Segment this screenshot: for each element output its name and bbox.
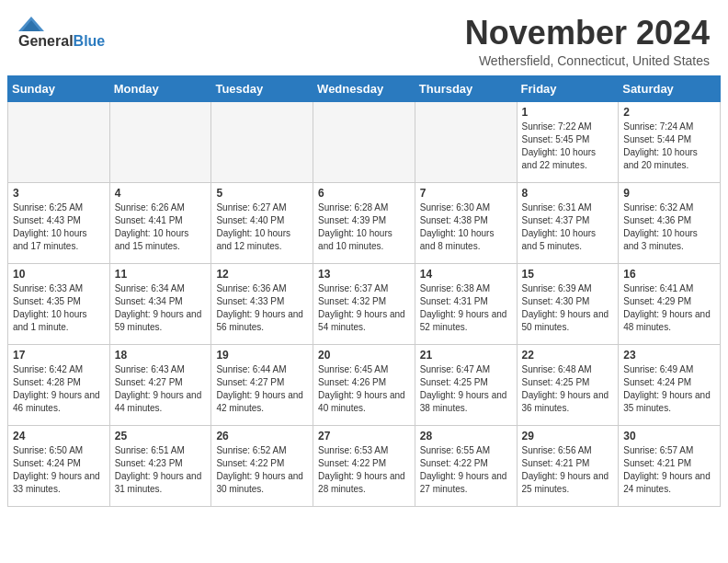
col-sunday: Sunday bbox=[8, 75, 110, 101]
day-number: 20 bbox=[318, 349, 410, 362]
day-number: 7 bbox=[420, 187, 512, 200]
calendar-week-row: 17Sunrise: 6:42 AM Sunset: 4:28 PM Dayli… bbox=[8, 344, 721, 425]
day-number: 14 bbox=[420, 268, 512, 281]
calendar-day: 7Sunrise: 6:30 AM Sunset: 4:38 PM Daylig… bbox=[415, 182, 517, 263]
col-monday: Monday bbox=[109, 75, 211, 101]
day-number: 12 bbox=[216, 268, 308, 281]
day-info: Sunrise: 6:30 AM Sunset: 4:38 PM Dayligh… bbox=[420, 201, 512, 253]
calendar-day: 17Sunrise: 6:42 AM Sunset: 4:28 PM Dayli… bbox=[8, 344, 110, 425]
calendar-header-row: Sunday Monday Tuesday Wednesday Thursday… bbox=[8, 75, 721, 101]
day-number: 22 bbox=[522, 349, 614, 362]
day-number: 5 bbox=[216, 187, 308, 200]
day-info: Sunrise: 6:34 AM Sunset: 4:34 PM Dayligh… bbox=[115, 282, 207, 334]
day-info: Sunrise: 6:45 AM Sunset: 4:26 PM Dayligh… bbox=[318, 363, 410, 415]
calendar-day: 9Sunrise: 6:32 AM Sunset: 4:36 PM Daylig… bbox=[619, 182, 721, 263]
logo: GeneralBlue bbox=[18, 15, 105, 50]
calendar-day: 24Sunrise: 6:50 AM Sunset: 4:24 PM Dayli… bbox=[8, 425, 110, 506]
day-info: Sunrise: 6:27 AM Sunset: 4:40 PM Dayligh… bbox=[216, 201, 308, 253]
day-number: 29 bbox=[522, 430, 614, 442]
location: Wethersfield, Connecticut, United States bbox=[465, 53, 710, 68]
day-info: Sunrise: 6:55 AM Sunset: 4:22 PM Dayligh… bbox=[420, 444, 512, 496]
day-number: 25 bbox=[115, 430, 207, 442]
day-number: 28 bbox=[420, 430, 512, 442]
calendar-day: 21Sunrise: 6:47 AM Sunset: 4:25 PM Dayli… bbox=[415, 344, 517, 425]
month-title: November 2024 bbox=[465, 15, 710, 52]
logo-text-general: General bbox=[18, 33, 74, 49]
calendar-day: 8Sunrise: 6:31 AM Sunset: 4:37 PM Daylig… bbox=[517, 182, 619, 263]
col-saturday: Saturday bbox=[619, 75, 721, 101]
calendar-week-row: 1Sunrise: 7:22 AM Sunset: 5:45 PM Daylig… bbox=[8, 101, 721, 182]
calendar-day: 25Sunrise: 6:51 AM Sunset: 4:23 PM Dayli… bbox=[109, 425, 211, 506]
day-info: Sunrise: 6:36 AM Sunset: 4:33 PM Dayligh… bbox=[216, 282, 308, 334]
calendar-day: 6Sunrise: 6:28 AM Sunset: 4:39 PM Daylig… bbox=[313, 182, 415, 263]
day-info: Sunrise: 6:44 AM Sunset: 4:27 PM Dayligh… bbox=[216, 363, 308, 415]
col-thursday: Thursday bbox=[415, 75, 517, 101]
calendar-week-row: 3Sunrise: 6:25 AM Sunset: 4:43 PM Daylig… bbox=[8, 182, 721, 263]
day-info: Sunrise: 6:39 AM Sunset: 4:30 PM Dayligh… bbox=[522, 282, 614, 334]
calendar-day: 27Sunrise: 6:53 AM Sunset: 4:22 PM Dayli… bbox=[313, 425, 415, 506]
calendar-day: 5Sunrise: 6:27 AM Sunset: 4:40 PM Daylig… bbox=[211, 182, 313, 263]
day-number: 8 bbox=[522, 187, 614, 200]
day-number: 15 bbox=[522, 268, 614, 281]
calendar-day: 20Sunrise: 6:45 AM Sunset: 4:26 PM Dayli… bbox=[313, 344, 415, 425]
calendar-day: 3Sunrise: 6:25 AM Sunset: 4:43 PM Daylig… bbox=[8, 182, 110, 263]
day-number: 18 bbox=[115, 349, 207, 362]
day-info: Sunrise: 6:38 AM Sunset: 4:31 PM Dayligh… bbox=[420, 282, 512, 334]
calendar-week-row: 24Sunrise: 6:50 AM Sunset: 4:24 PM Dayli… bbox=[8, 425, 721, 506]
title-block: November 2024 Wethersfield, Connecticut,… bbox=[465, 15, 710, 68]
day-number: 23 bbox=[623, 349, 715, 362]
day-info: Sunrise: 6:48 AM Sunset: 4:25 PM Dayligh… bbox=[522, 363, 614, 415]
calendar-day: 2Sunrise: 7:24 AM Sunset: 5:44 PM Daylig… bbox=[619, 101, 721, 182]
logo-icon bbox=[18, 15, 44, 33]
day-info: Sunrise: 6:47 AM Sunset: 4:25 PM Dayligh… bbox=[420, 363, 512, 415]
day-number: 10 bbox=[13, 268, 105, 281]
calendar-day: 28Sunrise: 6:55 AM Sunset: 4:22 PM Dayli… bbox=[415, 425, 517, 506]
col-wednesday: Wednesday bbox=[313, 75, 415, 101]
calendar-day: 26Sunrise: 6:52 AM Sunset: 4:22 PM Dayli… bbox=[211, 425, 313, 506]
calendar-day: 15Sunrise: 6:39 AM Sunset: 4:30 PM Dayli… bbox=[517, 263, 619, 344]
logo-text-blue: Blue bbox=[74, 33, 106, 49]
calendar-day: 30Sunrise: 6:57 AM Sunset: 4:21 PM Dayli… bbox=[619, 425, 721, 506]
calendar-day: 13Sunrise: 6:37 AM Sunset: 4:32 PM Dayli… bbox=[313, 263, 415, 344]
calendar-day: 4Sunrise: 6:26 AM Sunset: 4:41 PM Daylig… bbox=[109, 182, 211, 263]
day-info: Sunrise: 6:49 AM Sunset: 4:24 PM Dayligh… bbox=[623, 363, 715, 415]
day-info: Sunrise: 6:52 AM Sunset: 4:22 PM Dayligh… bbox=[216, 444, 308, 496]
page-header: GeneralBlue November 2024 Wethersfield, … bbox=[0, 0, 728, 75]
calendar-day: 1Sunrise: 7:22 AM Sunset: 5:45 PM Daylig… bbox=[517, 101, 619, 182]
day-number: 26 bbox=[216, 430, 308, 442]
calendar-day bbox=[109, 101, 211, 182]
day-info: Sunrise: 6:37 AM Sunset: 4:32 PM Dayligh… bbox=[318, 282, 410, 334]
day-info: Sunrise: 6:51 AM Sunset: 4:23 PM Dayligh… bbox=[115, 444, 207, 496]
day-number: 16 bbox=[623, 268, 715, 281]
calendar-day: 29Sunrise: 6:56 AM Sunset: 4:21 PM Dayli… bbox=[517, 425, 619, 506]
calendar-day: 16Sunrise: 6:41 AM Sunset: 4:29 PM Dayli… bbox=[619, 263, 721, 344]
calendar-day bbox=[313, 101, 415, 182]
day-number: 27 bbox=[318, 430, 410, 442]
day-number: 17 bbox=[13, 349, 105, 362]
day-info: Sunrise: 6:41 AM Sunset: 4:29 PM Dayligh… bbox=[623, 282, 715, 334]
day-info: Sunrise: 6:33 AM Sunset: 4:35 PM Dayligh… bbox=[13, 282, 105, 334]
page-wrapper: GeneralBlue November 2024 Wethersfield, … bbox=[0, 0, 728, 514]
calendar-day: 18Sunrise: 6:43 AM Sunset: 4:27 PM Dayli… bbox=[109, 344, 211, 425]
calendar-body: 1Sunrise: 7:22 AM Sunset: 5:45 PM Daylig… bbox=[8, 101, 721, 506]
calendar-day bbox=[211, 101, 313, 182]
col-tuesday: Tuesday bbox=[211, 75, 313, 101]
col-friday: Friday bbox=[517, 75, 619, 101]
day-number: 30 bbox=[623, 430, 715, 442]
calendar-day: 19Sunrise: 6:44 AM Sunset: 4:27 PM Dayli… bbox=[211, 344, 313, 425]
day-number: 1 bbox=[522, 106, 614, 119]
calendar-container: Sunday Monday Tuesday Wednesday Thursday… bbox=[0, 75, 728, 514]
day-info: Sunrise: 6:42 AM Sunset: 4:28 PM Dayligh… bbox=[13, 363, 105, 415]
day-info: Sunrise: 6:25 AM Sunset: 4:43 PM Dayligh… bbox=[13, 201, 105, 253]
calendar-day: 23Sunrise: 6:49 AM Sunset: 4:24 PM Dayli… bbox=[619, 344, 721, 425]
day-info: Sunrise: 6:53 AM Sunset: 4:22 PM Dayligh… bbox=[318, 444, 410, 496]
day-info: Sunrise: 6:26 AM Sunset: 4:41 PM Dayligh… bbox=[115, 201, 207, 253]
calendar-day bbox=[415, 101, 517, 182]
day-number: 4 bbox=[115, 187, 207, 200]
day-number: 11 bbox=[115, 268, 207, 281]
day-info: Sunrise: 6:32 AM Sunset: 4:36 PM Dayligh… bbox=[623, 201, 715, 253]
day-number: 2 bbox=[623, 106, 715, 119]
day-info: Sunrise: 6:28 AM Sunset: 4:39 PM Dayligh… bbox=[318, 201, 410, 253]
day-info: Sunrise: 6:57 AM Sunset: 4:21 PM Dayligh… bbox=[623, 444, 715, 496]
day-info: Sunrise: 6:43 AM Sunset: 4:27 PM Dayligh… bbox=[115, 363, 207, 415]
